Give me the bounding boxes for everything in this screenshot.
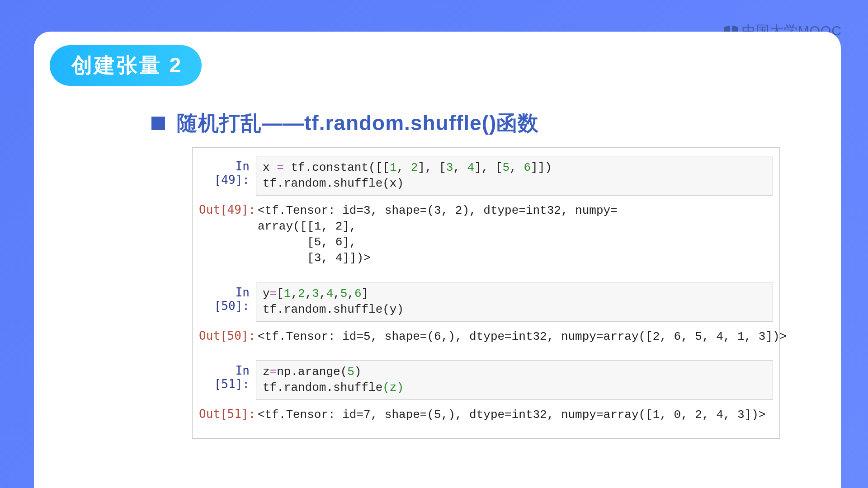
- code-panel: In [49]: x = tf.constant([[1, 2], [3, 4]…: [192, 147, 780, 439]
- code-output: <tf.Tensor: id=3, shape=(3, 2), dtype=in…: [256, 199, 773, 270]
- cell-out-50: Out[50]: <tf.Tensor: id=5, shape=(6,), d…: [199, 325, 773, 348]
- code-output: <tf.Tensor: id=5, shape=(6,), dtype=int3…: [256, 325, 793, 348]
- cell-out-49: Out[49]: <tf.Tensor: id=3, shape=(3, 2),…: [199, 199, 773, 270]
- prompt-out: Out[49]:: [199, 199, 256, 216]
- code-input: y=[1,2,3,4,5,6] tf.random.shuffle(y): [256, 282, 773, 322]
- prompt-out: Out[50]:: [199, 325, 256, 343]
- prompt-out: Out[51]:: [199, 404, 256, 421]
- code-input: z=np.arange(5) tf.random.shuffle(z): [256, 360, 773, 400]
- prompt-in: In [51]:: [199, 360, 256, 391]
- cell-in-50: In [50]: y=[1,2,3,4,5,6] tf.random.shuff…: [199, 282, 773, 322]
- heading-row: 随机打乱——tf.random.shuffle()函数: [151, 109, 539, 137]
- cell-in-49: In [49]: x = tf.constant([[1, 2], [3, 4]…: [199, 156, 773, 196]
- slide-badge: 创建张量 2: [50, 45, 202, 86]
- prompt-in: In [49]:: [199, 156, 256, 187]
- prompt-in: In [50]:: [199, 282, 256, 313]
- badge-text: 创建张量 2: [71, 53, 183, 77]
- square-bullet-icon: [151, 117, 165, 130]
- cell-out-51: Out[51]: <tf.Tensor: id=7, shape=(5,), d…: [199, 404, 773, 427]
- cell-in-51: In [51]: z=np.arange(5) tf.random.shuffl…: [199, 360, 773, 400]
- section-heading: 随机打乱——tf.random.shuffle()函数: [177, 109, 539, 137]
- code-output: <tf.Tensor: id=7, shape=(5,), dtype=int3…: [256, 404, 773, 427]
- slide-card: 创建张量 2 随机打乱——tf.random.shuffle()函数 In [4…: [34, 32, 841, 488]
- code-input: x = tf.constant([[1, 2], [3, 4], [5, 6]]…: [256, 156, 773, 196]
